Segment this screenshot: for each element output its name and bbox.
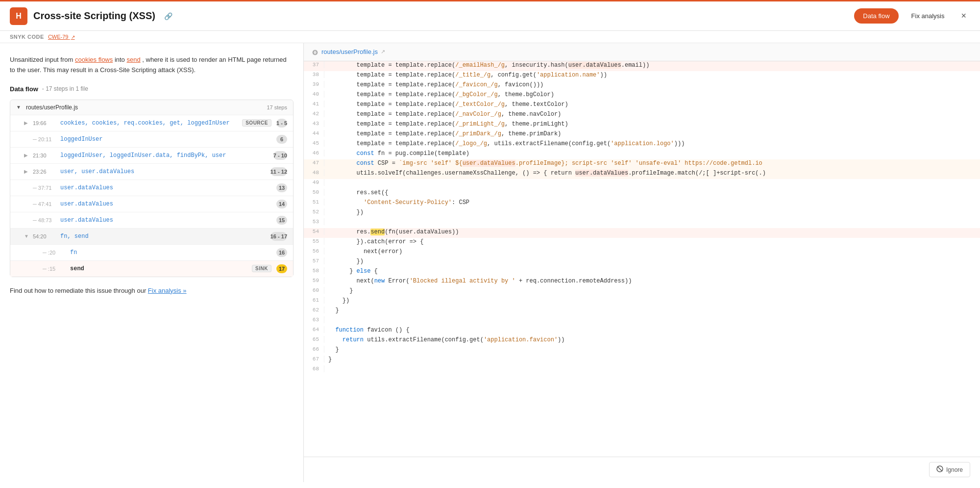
line-number: 37: [304, 61, 324, 68]
step-location: ─ 48:73: [33, 217, 54, 223]
code-line: 45 template = template.replace(/_logo_/g…: [304, 140, 980, 150]
code-line: 61 }): [304, 297, 980, 307]
step-location: 19:66: [33, 120, 54, 126]
fix-analysis-link[interactable]: Fix analysis »: [148, 287, 187, 294]
code-line: 56 next(error): [304, 248, 980, 257]
step-code: user.dataValues: [60, 201, 274, 207]
fixanalysis-button[interactable]: Fix analysis: [903, 8, 954, 24]
expand-icon: ▶: [24, 169, 30, 174]
expand-icon: ▶: [24, 153, 30, 158]
ignore-button[interactable]: Ignore: [929, 462, 970, 477]
step-number-badge: 14: [276, 200, 287, 208]
step-location: 54:20: [33, 233, 54, 239]
code-line: 47 const CSP = `img-src 'self' ${user.da…: [304, 159, 980, 169]
code-line: 52 }): [304, 208, 980, 218]
step-code: send: [70, 265, 252, 272]
steps-count: 17 steps: [267, 104, 287, 110]
page-title: Cross-site Scripting (XSS): [33, 10, 155, 22]
file-name: routes/userProfile.js: [26, 104, 78, 111]
code-line: 48 utils.solveIf(challenges.usernameXssC…: [304, 169, 980, 179]
code-line: 60 }: [304, 287, 980, 297]
data-flow-title: Data flow: [10, 85, 38, 93]
code-line: 42 template = template.replace(/_navColo…: [304, 110, 980, 120]
code-line: 54 res.send(fn(user.dataValues)): [304, 228, 980, 238]
expand-icon: ▶: [24, 120, 30, 126]
step-item[interactable]: ▼ 54:20 fn, send 16 - 17: [10, 228, 293, 244]
code-line: 53: [304, 218, 980, 228]
code-line: 59 next(new Error('Blocked illegal activ…: [304, 277, 980, 287]
step-item[interactable]: ▶ 23:26 user, user.dataValues 11 - 12: [10, 163, 293, 180]
file-group: ▼ routes/userProfile.js 17 steps ▶ 19:66…: [10, 100, 294, 277]
snyk-logo: H: [10, 7, 27, 25]
step-item[interactable]: ─ 20:11 loggedInUser 6: [10, 131, 293, 147]
expand-icon: ▼: [24, 233, 30, 239]
data-flow-header: Data flow - 17 steps in 1 file: [10, 85, 294, 93]
source-badge: SOURCE: [242, 119, 271, 127]
description: Unsanitized input from cookies flows int…: [10, 55, 294, 76]
step-item[interactable]: ─ 48:73 user.dataValues 15: [10, 212, 293, 228]
data-flow-subtitle: - 17 steps in 1 file: [42, 85, 88, 92]
dataflow-button[interactable]: Data flow: [854, 8, 898, 24]
ignore-icon: [936, 465, 943, 474]
code-header: routes/userProfile.js ↗: [304, 43, 980, 61]
step-location: ─ 20:11: [33, 136, 54, 142]
ignore-label: Ignore: [946, 466, 963, 473]
step-number-badge: 1 - 5: [276, 119, 287, 128]
step-item[interactable]: ─ 47:41 user.dataValues 14: [10, 196, 293, 212]
step-location: 21:30: [33, 153, 54, 158]
step-code: loggedInUser: [60, 136, 274, 143]
cwe-link[interactable]: CWE-79 ↗: [48, 34, 75, 40]
code-line: 68: [304, 365, 980, 375]
chevron-down-icon: ▼: [16, 104, 23, 110]
step-code: fn: [70, 249, 274, 256]
step-location: ─ :20: [43, 250, 64, 256]
step-code: fn, send: [60, 233, 269, 240]
code-line: 49: [304, 179, 980, 189]
step-item[interactable]: ─ :20 fn 16: [10, 244, 293, 260]
link-icon[interactable]: 🔗: [164, 12, 172, 20]
code-body: 37 template = template.replace(/_emailHa…: [304, 61, 980, 457]
line-content: template = template.replace(/_emailHash_…: [324, 61, 980, 69]
sink-badge: SINK: [252, 265, 271, 272]
code-line: 41 template = template.replace(/_textCol…: [304, 101, 980, 110]
code-line: 67 }: [304, 356, 980, 365]
sub-bar: SNYK CODE CWE-79 ↗: [0, 31, 980, 43]
code-line: 37 template = template.replace(/_emailHa…: [304, 61, 980, 71]
step-number-badge: 15: [276, 216, 287, 225]
code-line: 64 function favicon () {: [304, 326, 980, 336]
step-location: 23:26: [33, 169, 54, 175]
code-line: 66 }: [304, 346, 980, 356]
code-line: 46 const fn = pug.compile(template): [304, 150, 980, 159]
code-line: 57 }): [304, 257, 980, 267]
top-bar: H Cross-site Scripting (XSS) 🔗 Data flow…: [0, 1, 980, 31]
step-code: user, user.dataValues: [60, 168, 269, 175]
code-line: 62 }: [304, 307, 980, 316]
external-link-icon: ↗: [71, 34, 75, 40]
code-line: 63: [304, 316, 980, 326]
step-number-badge: 16: [276, 248, 287, 257]
step-number-badge: 17: [276, 264, 287, 273]
left-panel: Unsanitized input from cookies flows int…: [0, 43, 304, 482]
step-item[interactable]: ▶ 19:66 cookies, cookies, req.cookies, g…: [10, 115, 293, 131]
cookies-link[interactable]: cookies flows: [75, 56, 113, 63]
step-location: ─ 37:71: [33, 185, 54, 191]
svg-line-2: [937, 466, 942, 471]
code-line: 43 template = template.replace(/_primLig…: [304, 120, 980, 130]
code-line: 55 }).catch(error => {: [304, 238, 980, 248]
send-link[interactable]: send: [126, 56, 140, 63]
snyk-code-label: SNYK CODE: [10, 34, 44, 40]
step-item[interactable]: ▶ 21:30 loggedInUser, loggedInUser.data,…: [10, 147, 293, 163]
close-button[interactable]: ×: [957, 9, 970, 23]
step-code: loggedInUser, loggedInUser.data, findByP…: [60, 152, 271, 159]
step-number-badge: 11 - 12: [270, 167, 287, 176]
code-line: 38 template = template.replace(/_title_/…: [304, 71, 980, 81]
file-icon: [312, 48, 318, 56]
file-group-header[interactable]: ▼ routes/userProfile.js 17 steps: [10, 100, 293, 115]
fix-analysis-text: Find out how to remediate this issue thr…: [10, 287, 294, 294]
code-file-name[interactable]: routes/userProfile.js: [321, 48, 378, 55]
code-line: 51 'Content-Security-Policy': CSP: [304, 199, 980, 208]
step-item[interactable]: ─ 37:71 user.dataValues 13: [10, 180, 293, 196]
step-item[interactable]: ─ :15 send SINK 17: [10, 260, 293, 277]
step-number-badge: 16 - 17: [270, 232, 287, 241]
step-number-badge: 13: [276, 183, 287, 192]
